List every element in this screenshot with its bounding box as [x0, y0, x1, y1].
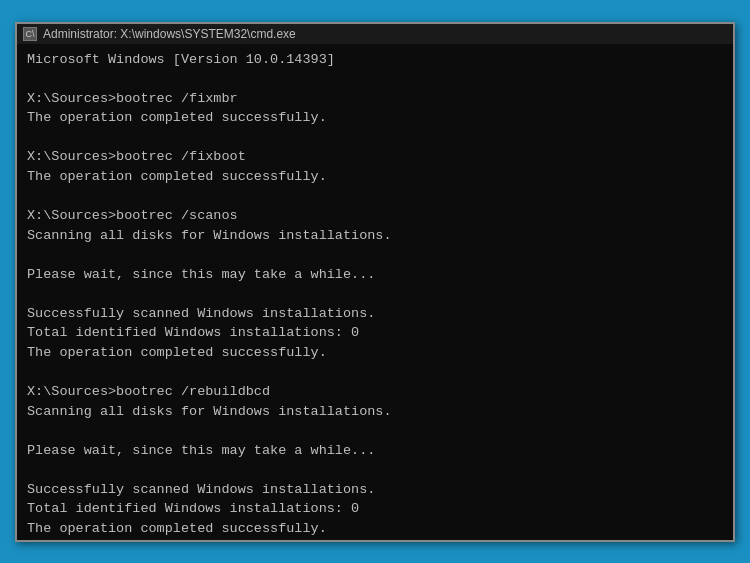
cmd-window: C\ Administrator: X:\windows\SYSTEM32\cm…: [15, 22, 735, 542]
title-bar: C\ Administrator: X:\windows\SYSTEM32\cm…: [17, 24, 733, 44]
terminal-line: The operation completed successfully.: [27, 167, 723, 187]
cmd-icon: C\: [23, 27, 37, 41]
terminal-line: X:\Sources>bootrec /scanos: [27, 206, 723, 226]
terminal-line: Total identified Windows installations: …: [27, 323, 723, 343]
terminal-line: The operation completed successfully.: [27, 519, 723, 539]
terminal-line: Please wait, since this may take a while…: [27, 441, 723, 461]
title-bar-text: Administrator: X:\windows\SYSTEM32\cmd.e…: [43, 27, 296, 41]
terminal-line: X:\Sources>bootrec /rebuildbcd: [27, 382, 723, 402]
terminal-line: The operation completed successfully.: [27, 343, 723, 363]
terminal-body[interactable]: Microsoft Windows [Version 10.0.14393]X:…: [17, 44, 733, 540]
terminal-line: Scanning all disks for Windows installat…: [27, 402, 723, 422]
terminal-line: The operation completed successfully.: [27, 108, 723, 128]
terminal-line: Scanning all disks for Windows installat…: [27, 226, 723, 246]
terminal-line: X:\Sources>bootrec /fixmbr: [27, 89, 723, 109]
terminal-line: Successfully scanned Windows installatio…: [27, 304, 723, 324]
terminal-line: Microsoft Windows [Version 10.0.14393]: [27, 50, 723, 70]
terminal-line: Please wait, since this may take a while…: [27, 265, 723, 285]
terminal-line: X:\Sources>bootrec /fixboot: [27, 147, 723, 167]
terminal-line: Successfully scanned Windows installatio…: [27, 480, 723, 500]
terminal-line: Total identified Windows installations: …: [27, 499, 723, 519]
